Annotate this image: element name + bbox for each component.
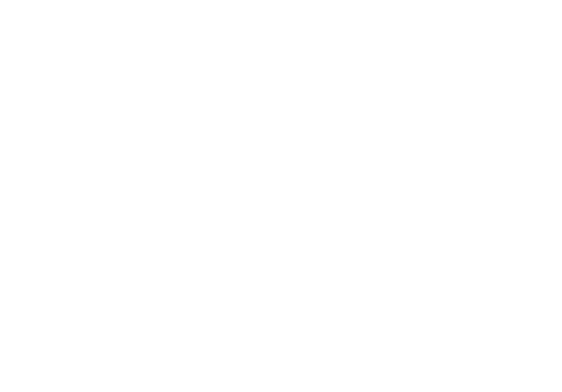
genome-canvas xyxy=(0,0,562,392)
genome-browser-view xyxy=(0,0,562,392)
